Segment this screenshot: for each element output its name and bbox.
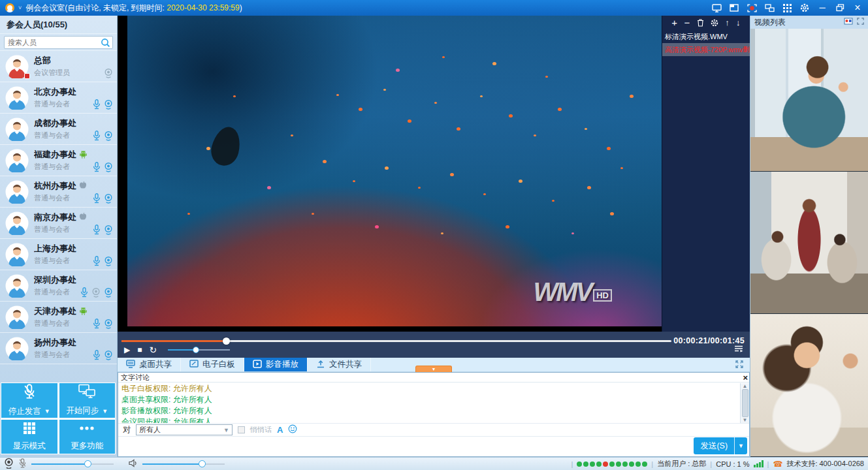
camera-icon[interactable] <box>104 68 113 78</box>
send-button[interactable]: 发送(S) ▼ <box>694 437 747 454</box>
speaker-volume-slider[interactable] <box>142 463 225 465</box>
video-source-icon[interactable] <box>844 18 853 27</box>
playlist-item[interactable]: 高清演示视频-720P.wmv删除 <box>662 43 750 56</box>
camera-icon[interactable] <box>104 162 113 172</box>
participant-row[interactable]: 总部会议管理员 <box>0 51 117 82</box>
mic-icon[interactable] <box>93 225 101 235</box>
mic-muted-icon[interactable] <box>18 458 27 470</box>
scroll-up-icon[interactable]: ▲ <box>743 383 748 389</box>
tab-media-play[interactable]: 影音播放 <box>244 358 308 371</box>
display-mode-button[interactable]: 显示模式 <box>1 420 57 454</box>
speaker-volume-handle[interactable] <box>199 460 206 467</box>
camera-icon[interactable] <box>104 225 113 235</box>
playlist-toggle-icon[interactable] <box>734 345 743 354</box>
participant-row[interactable]: 北京办事处普通与会者 <box>0 82 117 114</box>
mic-icon[interactable] <box>93 162 101 172</box>
stop-speaking-button[interactable]: 停止发言▼ <box>1 383 57 418</box>
close-icon[interactable]: × <box>852 3 863 13</box>
speaker-icon[interactable] <box>129 459 138 469</box>
send-label[interactable]: 发送(S) <box>694 437 735 454</box>
scrollbar-thumb[interactable] <box>742 389 748 417</box>
move-up-icon[interactable]: ↑ <box>725 19 730 27</box>
camera-icon[interactable] <box>104 256 113 266</box>
participant-video-1[interactable] <box>750 29 868 172</box>
stop-icon[interactable]: ■ <box>137 345 142 354</box>
playlist-item[interactable]: 标清演示视频.WMV <box>662 30 750 43</box>
mic-icon[interactable] <box>93 193 101 204</box>
avatar <box>5 118 29 141</box>
cpu-label: CPU : 1 % <box>716 460 749 468</box>
recipient-select[interactable]: 所有人 ▼ <box>136 424 233 435</box>
message-input-area[interactable]: 发送(S) ▼ <box>118 437 749 456</box>
trash-icon[interactable] <box>697 19 704 27</box>
camera-icon[interactable] <box>104 131 113 141</box>
search-icon[interactable] <box>101 38 110 50</box>
mic-volume-slider[interactable] <box>31 463 114 465</box>
tab-file-share[interactable]: 文件共享 <box>308 358 371 371</box>
chevron-down-icon[interactable]: ˅ <box>18 5 22 11</box>
start-sync-button[interactable]: 开始同步▼ <box>59 383 116 418</box>
window-mode-icon[interactable] <box>729 3 739 13</box>
android-icon <box>79 307 88 315</box>
participant-row[interactable]: 扬州办事处普通与会者 <box>0 333 117 364</box>
chat-toolbar: 对 所有人 ▼ 悄悄话 A <box>118 423 749 437</box>
mic-icon[interactable] <box>93 256 101 266</box>
volume-handle[interactable] <box>193 347 199 353</box>
playing-video[interactable]: WMVHD <box>127 16 662 326</box>
panel-expand-icon[interactable] <box>857 18 864 27</box>
seek-bar[interactable] <box>121 340 671 342</box>
record-icon[interactable] <box>747 3 757 13</box>
device-sync-icon[interactable] <box>764 3 775 13</box>
scroll-down-icon[interactable]: ▼ <box>743 417 748 423</box>
participant-video-3[interactable] <box>750 314 868 457</box>
mic-icon[interactable] <box>93 99 101 110</box>
emoji-icon[interactable] <box>288 424 297 435</box>
replay-icon[interactable]: ↻ <box>149 345 157 354</box>
playlist-settings-icon[interactable] <box>711 19 718 27</box>
camera-icon[interactable] <box>104 193 113 204</box>
minimize-icon[interactable]: ─ <box>817 3 828 13</box>
search-input[interactable] <box>5 37 112 48</box>
mic-icon[interactable] <box>93 350 101 360</box>
tab-desktop-share[interactable]: 桌面共享 <box>118 358 181 371</box>
participant-video-2[interactable] <box>750 172 868 315</box>
settings-gear-icon[interactable] <box>799 3 810 13</box>
screen-share-icon[interactable] <box>711 3 722 13</box>
volume-slider[interactable] <box>168 349 230 351</box>
chat-close-icon[interactable]: × <box>743 374 748 381</box>
mic-icon[interactable] <box>93 131 101 141</box>
camera-icon[interactable] <box>104 350 113 360</box>
mic-icon[interactable] <box>93 319 101 329</box>
participant-row[interactable]: 杭州办事处普通与会者 <box>0 176 117 208</box>
participant-row[interactable]: 成都办事处普通与会者 <box>0 114 117 145</box>
whisper-checkbox[interactable] <box>238 426 245 433</box>
chat-scrollbar[interactable]: ▲ ▼ <box>740 383 749 423</box>
mic-volume-handle[interactable] <box>84 460 91 467</box>
participant-row[interactable]: 南京办事处普通与会者 <box>0 208 117 239</box>
more-functions-button[interactable]: 更多功能 <box>59 420 116 454</box>
participant-row[interactable]: 上海办事处普通与会者 <box>0 239 117 270</box>
camera-icon[interactable] <box>104 287 113 298</box>
camera-icon[interactable] <box>104 99 113 110</box>
mic-icon[interactable] <box>80 287 88 298</box>
camera-icon[interactable] <box>104 319 113 329</box>
camera-icon[interactable] <box>91 287 101 298</box>
participant-row[interactable]: 天津办事处普通与会者 <box>0 302 117 333</box>
participant-role: 普通与会者 <box>34 225 93 234</box>
participant-role: 普通与会者 <box>34 99 93 109</box>
move-down-icon[interactable]: ↓ <box>736 19 741 27</box>
add-icon[interactable]: + <box>671 19 677 27</box>
webcam-icon[interactable] <box>4 458 14 470</box>
chat-drawer-handle[interactable]: ▼ <box>415 366 452 372</box>
font-style-button[interactable]: A <box>277 425 283 435</box>
playlist-delete-link[interactable]: 删除 <box>743 43 750 56</box>
display-grid-icon[interactable] <box>782 3 792 13</box>
chat-fullscreen-icon[interactable] <box>735 360 743 370</box>
tab-whiteboard[interactable]: 电子白板 <box>181 358 244 371</box>
participant-row[interactable]: 深圳办事处普通与会者 <box>0 270 117 302</box>
participant-row[interactable]: 福建办事处普通与会者 <box>0 145 117 176</box>
remove-icon[interactable]: − <box>684 19 690 27</box>
maximize-icon[interactable] <box>835 3 845 13</box>
play-icon[interactable]: ▶ <box>124 345 130 354</box>
send-options-caret-icon[interactable]: ▼ <box>735 437 747 454</box>
